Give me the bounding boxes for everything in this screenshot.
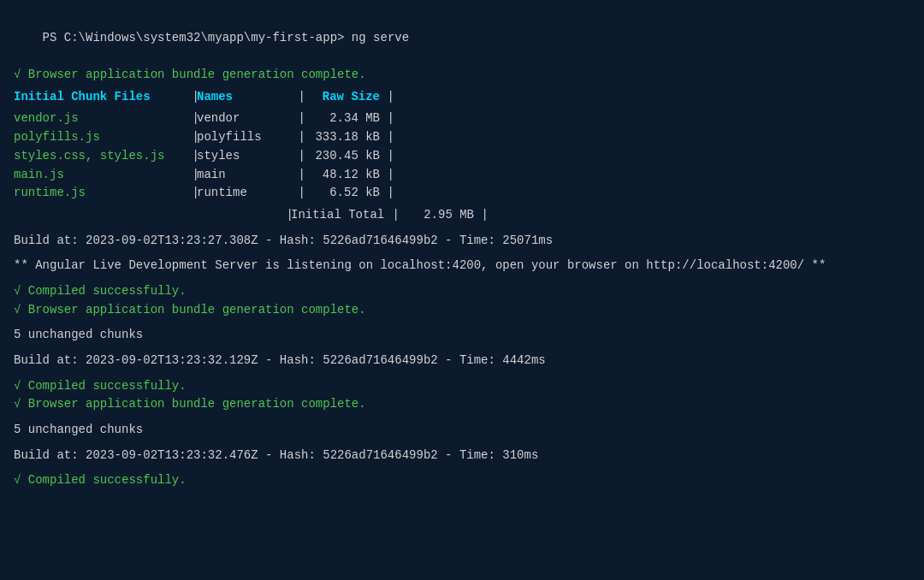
chunk-sep2-1: | bbox=[291, 128, 303, 147]
total-label-text: Initial Total bbox=[291, 206, 385, 225]
chunk-row-3: main.js | main | 48.12 kB | bbox=[14, 166, 910, 185]
chunk-row-4: runtime.js | runtime | 6.52 kB | bbox=[14, 184, 910, 203]
col-sep-1: | bbox=[185, 88, 197, 107]
compiled-line-2: √ Compiled successfully. bbox=[14, 377, 910, 396]
chunk-sep2-0: | bbox=[291, 109, 303, 128]
chunk-name-4: runtime bbox=[197, 184, 291, 203]
chunk-file-3: main.js bbox=[14, 166, 185, 185]
chunk-file-4: runtime.js bbox=[14, 184, 185, 203]
compiled-line-1: √ Compiled successfully. bbox=[14, 282, 910, 301]
chunk-sep1-3: | bbox=[185, 166, 197, 185]
angular-server-line: ** Angular Live Development Server is li… bbox=[14, 257, 910, 275]
prompt-line: PS C:\Windows\system32\myapp\my-first-ap… bbox=[14, 10, 910, 66]
chunk-size-4: 6.52 kB bbox=[303, 184, 380, 203]
chunk-sep2-3: | bbox=[291, 166, 303, 185]
chunk-size-0: 2.34 MB bbox=[303, 109, 380, 128]
total-row: | Initial Total | 2.95 MB | bbox=[14, 206, 910, 225]
chunk-end-1: | bbox=[380, 128, 388, 147]
chunk-file-1: polyfills.js bbox=[14, 128, 185, 147]
command-text: ng serve bbox=[344, 31, 409, 44]
col-header-file: Initial Chunk Files bbox=[14, 88, 185, 107]
chunk-sep2-4: | bbox=[291, 184, 303, 203]
chunk-size-1: 333.18 kB bbox=[303, 128, 380, 147]
col-end-total: | bbox=[474, 206, 483, 225]
chunk-name-3: main bbox=[197, 166, 291, 185]
chunk-end-0: | bbox=[380, 109, 388, 128]
col-header-size: Raw Size bbox=[303, 88, 380, 107]
chunk-name-0: vendor bbox=[197, 109, 291, 128]
terminal: PS C:\Windows\system32\myapp\my-first-ap… bbox=[14, 10, 910, 490]
chunk-size-3: 48.12 kB bbox=[303, 166, 380, 185]
chunk-size-2: 230.45 kB bbox=[303, 147, 380, 166]
chunk-sep1-1: | bbox=[185, 128, 197, 147]
col-end-header: | bbox=[380, 88, 388, 107]
unchanged-chunks-1: 5 unchanged chunks bbox=[14, 326, 910, 345]
build-line-3: Build at: 2023-09-02T13:23:32.476Z - Has… bbox=[14, 447, 910, 465]
bundle-complete-line-2: √ Browser application bundle generation … bbox=[14, 301, 910, 320]
build-line-1: Build at: 2023-09-02T13:23:27.308Z - Has… bbox=[14, 232, 910, 251]
chunk-sep1-2: | bbox=[185, 147, 197, 166]
prompt-text: PS C:\Windows\system32\myapp\my-first-ap… bbox=[43, 31, 345, 44]
chunk-end-4: | bbox=[380, 184, 388, 203]
unchanged-chunks-2: 5 unchanged chunks bbox=[14, 421, 910, 440]
compiled-line-3: √ Compiled successfully. bbox=[14, 471, 910, 490]
total-sep-1: | bbox=[279, 206, 291, 225]
chunk-row-1: polyfills.js | polyfills | 333.18 kB | bbox=[14, 128, 910, 147]
total-sep-2: | bbox=[385, 206, 397, 225]
chunk-row-0: vendor.js | vendor | 2.34 MB | bbox=[14, 109, 910, 128]
bundle-complete-line-3: √ Browser application bundle generation … bbox=[14, 395, 910, 414]
total-label-space bbox=[14, 206, 279, 225]
bundle-complete-line-1: √ Browser application bundle generation … bbox=[14, 66, 910, 85]
build-line-2: Build at: 2023-09-02T13:23:32.129Z - Has… bbox=[14, 352, 910, 370]
chunk-sep1-4: | bbox=[185, 184, 197, 203]
chunk-row-2: styles.css, styles.js | styles | 230.45 … bbox=[14, 147, 910, 166]
chunk-file-2: styles.css, styles.js bbox=[14, 147, 185, 166]
chunk-sep2-2: | bbox=[291, 147, 303, 166]
chunk-sep1-0: | bbox=[185, 109, 197, 128]
chunk-table: vendor.js | vendor | 2.34 MB |polyfills.… bbox=[14, 109, 910, 202]
col-sep-2: | bbox=[291, 88, 303, 107]
chunk-file-0: vendor.js bbox=[14, 109, 185, 128]
chunk-table-header: Initial Chunk Files | Names | Raw Size | bbox=[14, 88, 910, 107]
chunk-end-2: | bbox=[380, 147, 388, 166]
chunk-end-3: | bbox=[380, 166, 388, 185]
col-header-name: Names bbox=[197, 88, 291, 107]
total-size-value: 2.95 MB bbox=[397, 206, 474, 225]
chunk-name-1: polyfills bbox=[197, 128, 291, 147]
chunk-name-2: styles bbox=[197, 147, 291, 166]
